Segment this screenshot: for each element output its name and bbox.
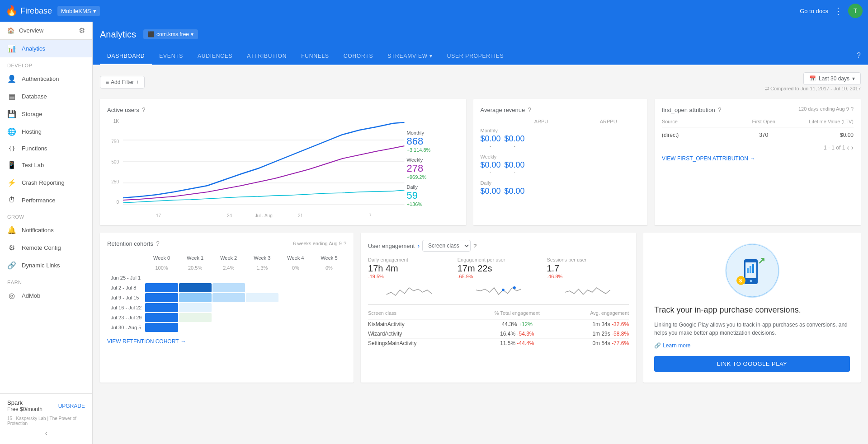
develop-section-label: DEVELOP: [0, 57, 92, 70]
attribution-days-info: 120 days ending Aug 9 ?: [798, 106, 854, 112]
table-row: Jul 30 - Aug 5: [108, 323, 345, 332]
attribution-table-header: Source First Open Lifetime Value (LTV): [662, 119, 854, 127]
notifications-label: Notifications: [22, 227, 54, 234]
illustration-circle: ↗ $: [725, 243, 779, 298]
notifications-icon: 🔔: [7, 226, 16, 234]
sidebar-item-dynamic-links[interactable]: 🔗 Dynamic Links: [0, 257, 92, 274]
link-to-google-play-button[interactable]: LINK TO GOOGLE PLAY: [654, 356, 850, 372]
pagination-prev-button[interactable]: ‹: [847, 144, 849, 152]
play-illustration: ↗ $: [725, 243, 779, 298]
play-card-description: Linking to Google Play allows you to tra…: [654, 321, 850, 337]
arrow-right-icon: →: [750, 155, 755, 162]
sidebar-item-notifications[interactable]: 🔔 Notifications: [0, 221, 92, 239]
sidebar-item-database[interactable]: ▤ Database: [0, 88, 92, 105]
retention-weeks-help-icon[interactable]: ?: [344, 241, 346, 246]
view-attribution-link[interactable]: VIEW FIRST_OPEN ATTRIBUTION →: [662, 155, 854, 162]
week4-pct: 0%: [279, 263, 312, 272]
comparison-text: ⇄ Compared to Jun 11, 2017 - Jul 10, 201…: [765, 86, 861, 92]
learn-more-link[interactable]: 🔗 Learn more: [654, 342, 850, 349]
earn-section-label: EARN: [0, 274, 92, 287]
project-selector[interactable]: MobileKMS ▾: [57, 6, 99, 16]
sessions-per-user-metric: Sessions per user 1.7 -46.8%: [547, 257, 629, 299]
sidebar-item-performance[interactable]: ⏱ Performance: [0, 192, 92, 209]
admob-label: AdMob: [22, 292, 40, 299]
week0-header: Week 0: [145, 253, 178, 262]
hosting-label: Hosting: [22, 128, 42, 135]
date-range-chevron: ▾: [852, 75, 855, 82]
daily-legend: Daily 59 +136%: [407, 184, 459, 207]
sidebar-item-crash-reporting[interactable]: ⚡ Crash Reporting: [0, 174, 92, 192]
tab-streamview[interactable]: STREAMVIEW ▾: [380, 48, 439, 65]
active-users-help-icon[interactable]: ?: [142, 106, 146, 113]
sidebar-collapse-button[interactable]: ‹: [7, 428, 85, 439]
tab-dashboard[interactable]: DASHBOARD: [100, 48, 152, 65]
week5-header: Week 5: [313, 253, 345, 262]
settings-icon[interactable]: ⚙: [79, 26, 85, 35]
filter-bar: ≡ Add Filter + 📅 Last 30 days ▾ ⇄ Compar…: [100, 72, 861, 92]
active-users-title: Active users ?: [107, 106, 459, 113]
performance-icon: ⏱: [7, 196, 16, 204]
dashboard-area: ≡ Add Filter + 📅 Last 30 days ▾ ⇄ Compar…: [93, 65, 868, 444]
svg-point-10: [750, 280, 752, 282]
pagination-next-button[interactable]: ›: [851, 144, 854, 152]
filter-right: 📅 Last 30 days ▾ ⇄ Compared to Jun 11, 2…: [765, 72, 861, 92]
engagement-header: User engagement › Screen class ?: [368, 240, 629, 252]
main-content: Analytics ⬛ com.kms.free ▾ DASHBOARD EVE…: [93, 22, 868, 444]
database-label: Database: [22, 93, 47, 100]
attribution-help-icon[interactable]: ?: [718, 106, 722, 113]
sidebar-item-functions[interactable]: {} Functions: [0, 140, 92, 156]
sidebar-item-remote-config[interactable]: ⚙ Remote Config: [0, 239, 92, 257]
sidebar-overview-row: 🏠 Overview ⚙: [0, 22, 92, 40]
week0-pct: 100%: [145, 263, 178, 272]
sidebar-item-storage[interactable]: 💾 Storage: [0, 105, 92, 123]
remote-config-label: Remote Config: [22, 244, 61, 251]
analytics-nav-tabs: DASHBOARD EVENTS AUDIENCES ATTRIBUTION F…: [93, 47, 868, 65]
storage-icon: 💾: [7, 110, 16, 118]
table-row: SettingsMainActivity 11.5% -44.4% 0m 54s…: [368, 338, 629, 348]
screen-class-select[interactable]: Screen class: [422, 240, 471, 252]
retention-help-icon[interactable]: ?: [156, 240, 160, 247]
dynamic-links-label: Dynamic Links: [22, 262, 60, 269]
play-card-title: Track your in-app purchase conversions.: [654, 305, 850, 315]
go-to-docs-link[interactable]: Go to docs: [800, 8, 828, 14]
days-help-icon[interactable]: ?: [851, 106, 854, 112]
calendar-icon: 📅: [809, 75, 816, 82]
filter-plus-icon: +: [136, 79, 139, 85]
user-avatar[interactable]: T: [848, 4, 863, 18]
help-icon[interactable]: ?: [857, 47, 861, 64]
view-retention-cohort-link[interactable]: VIEW RETENTION COHORT →: [107, 338, 346, 345]
sidebar-item-authentication[interactable]: 👤 Authentication: [0, 70, 92, 88]
tab-events[interactable]: EVENTS: [152, 48, 190, 65]
tab-user-properties[interactable]: USER PROPERTIES: [440, 48, 511, 65]
tab-attribution[interactable]: ATTRIBUTION: [240, 48, 294, 65]
revenue-help-icon[interactable]: ?: [528, 106, 531, 113]
top-bar: 🔥 Firebase MobileKMS ▾ Go to docs ⋮ T: [0, 0, 868, 22]
sidebar-item-analytics[interactable]: 📊 Analytics: [0, 40, 92, 57]
engagement-table: Screen class % Total engagement Avg. eng…: [368, 304, 629, 348]
sidebar-item-testlab[interactable]: 📱 Test Lab: [0, 156, 92, 174]
add-filter-button[interactable]: ≡ Add Filter +: [100, 76, 145, 89]
tab-audiences[interactable]: AUDIENCES: [190, 48, 240, 65]
tab-cohorts[interactable]: COHORTS: [336, 48, 380, 65]
database-icon: ▤: [7, 92, 16, 101]
date-range-button[interactable]: 📅 Last 30 days ▾: [803, 72, 861, 85]
tab-funnels[interactable]: FUNNELS: [294, 48, 336, 65]
more-options-icon[interactable]: ⋮: [834, 5, 843, 16]
sidebar-overview-item[interactable]: 🏠 Overview: [7, 27, 43, 34]
attribution-table: Source First Open Lifetime Value (LTV) (…: [662, 119, 854, 140]
sidebar-item-hosting[interactable]: 🌐 Hosting: [0, 123, 92, 140]
svg-text:$: $: [739, 278, 742, 283]
average-revenue-card: Average revenue ? ARPU ARPPU Monthly $0.: [473, 99, 647, 225]
table-row: Jul 23 - Jul 29: [108, 313, 345, 322]
sidebar-item-admob[interactable]: ◎ AdMob: [0, 287, 92, 304]
dynamic-links-icon: 🔗: [7, 261, 16, 270]
analytics-project-badge[interactable]: ⬛ com.kms.free ▾: [143, 29, 198, 39]
week1-pct: 20.5%: [179, 263, 212, 272]
revenue-col-headers: ARPU ARPPU: [481, 119, 640, 124]
engagement-per-user-chart: [458, 281, 540, 299]
upgrade-button[interactable]: UPGRADE: [58, 403, 85, 409]
comparison-label: Compared to Jun 11, 2017 - Jul 10, 2017: [770, 86, 861, 91]
storage-label: Storage: [22, 111, 42, 117]
engagement-help-icon[interactable]: ?: [473, 243, 476, 249]
engagement-expand-icon[interactable]: ›: [417, 242, 420, 249]
